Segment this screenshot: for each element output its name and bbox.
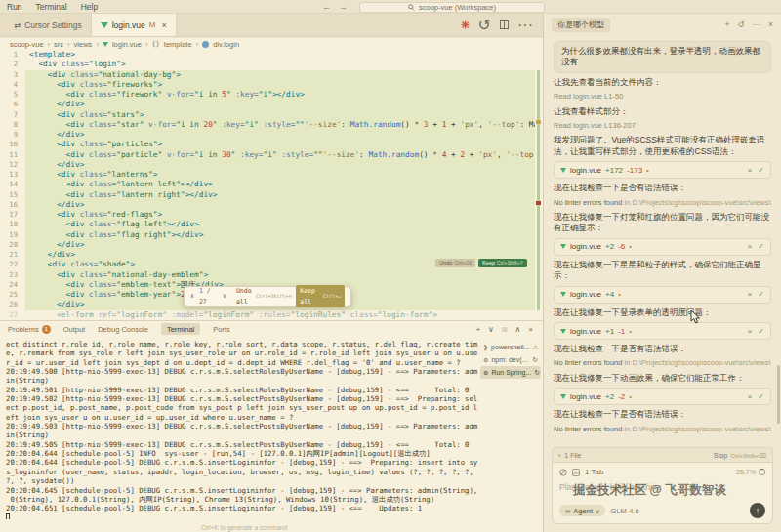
- diff-card[interactable]: login.vue+172-173•×✓: [554, 161, 771, 179]
- prev-diff-icon[interactable]: ∧: [190, 291, 194, 301]
- chat-thread-title[interactable]: 你是哪个模型: [552, 18, 610, 32]
- chat-messages[interactable]: 为什么很多效果都没有出来，登录半透明，动画效果都没有让我先查看当前的文件内容：R…: [544, 35, 781, 445]
- terminal-dropdown-icon[interactable]: ∨: [488, 325, 494, 334]
- new-terminal-icon[interactable]: +: [475, 325, 480, 334]
- next-diff-icon[interactable]: ∨: [223, 291, 226, 301]
- panel-tab-terminal[interactable]: Terminal: [161, 323, 200, 335]
- accept-icon[interactable]: ✓: [758, 290, 764, 299]
- context-toggle-icon[interactable]: [559, 469, 567, 476]
- line-number: 3: [0, 70, 25, 80]
- reject-icon[interactable]: ×: [748, 166, 753, 175]
- breadcrumb-item[interactable]: template: [164, 40, 192, 49]
- conflict-alert-icon[interactable]: [461, 20, 470, 29]
- editor-tabbar: ⇄ Cursor Settings login.vue M × ↺ ···: [0, 14, 543, 37]
- reject-icon[interactable]: ×: [748, 290, 753, 299]
- terminal-session-list: ❯powershell...⚠⚙npm: dev(...↻⚙Run Spring…: [480, 341, 541, 379]
- keep-button[interactable]: KeepCtrl+Shift+Y: [478, 259, 527, 267]
- new-chat-icon[interactable]: +: [724, 20, 729, 29]
- breadcrumb-separator: ›: [67, 40, 70, 49]
- terminal-output[interactable]: ect distinct r.role_id, r.role_name, r.r…: [6, 340, 478, 519]
- workspace-search[interactable]: scoop-vue (Workspace): [359, 2, 545, 13]
- diff-card[interactable]: login.vue+2-6•×✓: [554, 238, 771, 256]
- agent-mode-selector[interactable]: ∞ Agent ∨: [559, 505, 605, 516]
- more-options-icon[interactable]: ···: [753, 20, 761, 29]
- breadcrumb-item[interactable]: scoop-vue: [10, 40, 44, 49]
- more-actions-icon[interactable]: ···: [517, 17, 533, 34]
- breadcrumb-item[interactable]: views: [74, 40, 93, 49]
- undo-all-button[interactable]: Undo allCtrl+Shift+⌫: [236, 286, 291, 307]
- assistant-message: 现在让我修复一下星星和粒子的样式，确保它们能正确显示：: [554, 260, 771, 282]
- lint-text: No linter errors found: [554, 425, 622, 433]
- code-line: 3 <div class="national-day-bg">: [0, 70, 543, 80]
- panel-tab-debug-console[interactable]: Debug Console: [98, 325, 148, 334]
- terminal-session-powershell[interactable]: ❯powershell...⚠: [480, 341, 541, 353]
- code-editor[interactable]: 1<template>2 <div class="login">3 <div c…: [0, 50, 543, 320]
- panel-tabs: Problems1OutputDebug ConsoleTerminalPort…: [0, 321, 543, 337]
- terminal-session-npm-dev-[interactable]: ⚙npm: dev(...↻: [480, 353, 541, 366]
- menu-item-terminal[interactable]: Terminal: [29, 2, 74, 12]
- model-selector[interactable]: GLM-4.6: [610, 507, 638, 515]
- reject-icon[interactable]: ×: [748, 242, 753, 251]
- breadcrumb-item[interactable]: div.login: [213, 40, 239, 49]
- discard-changes-icon[interactable]: ↺: [478, 16, 491, 34]
- breadcrumb-item[interactable]: src: [54, 40, 63, 49]
- back-icon[interactable]: ←: [322, 2, 331, 12]
- chat-scrollbar[interactable]: [777, 365, 780, 424]
- terminal-line: 20:19:49.503 [http-nio-5999-exec-13] DEB…: [6, 422, 478, 430]
- accept-icon[interactable]: ✓: [758, 166, 764, 175]
- reject-icon[interactable]: ×: [748, 392, 753, 401]
- accept-icon[interactable]: ✓: [758, 242, 764, 251]
- forward-icon[interactable]: →: [339, 2, 348, 12]
- send-button[interactable]: ↑: [750, 503, 765, 518]
- gear-icon: ⚙: [483, 356, 488, 363]
- menu-item-help[interactable]: Help: [74, 2, 104, 12]
- panel-tab-problems[interactable]: Problems1: [8, 325, 51, 334]
- tab-context-chip[interactable]: 1 Tab: [585, 468, 603, 476]
- split-editor-icon[interactable]: [500, 20, 509, 29]
- terminal-session-run-spring[interactable]: ⚙Run Spring...↻: [480, 366, 541, 379]
- diff-card[interactable]: login.vue+2-2•×✓: [554, 388, 771, 405]
- user-message: 为什么很多效果都没有出来，登录半透明，动画效果都没有: [554, 41, 771, 73]
- unsaved-dot: •: [629, 242, 632, 251]
- tab-label: Cursor Settings: [24, 20, 82, 30]
- line-number: 14: [0, 180, 25, 189]
- code-text: <div class="national-day-emblem">: [25, 270, 535, 280]
- image-icon[interactable]: [572, 469, 580, 476]
- code-text: <el-form ref="loginForm" :model="loginFo…: [25, 310, 535, 320]
- code-line: 23 <div class="national-day-emblem">: [0, 270, 543, 280]
- split-terminal-icon[interactable]: ▯▯: [502, 326, 508, 332]
- tab-cursor-settings[interactable]: ⇄ Cursor Settings: [5, 14, 92, 36]
- history-icon[interactable]: ↺: [737, 20, 744, 29]
- panel-tab-ports[interactable]: Ports: [213, 325, 230, 334]
- panel-tab-output[interactable]: Output: [63, 325, 86, 334]
- tab-login-vue[interactable]: login.vue M ×: [92, 14, 177, 36]
- keep-all-button[interactable]: Keep allCtrl+↵: [296, 285, 345, 308]
- terminal-line: 20:20:04.651 [schedule-pool-5] DEBUG c.r…: [6, 504, 478, 512]
- chevron-down-icon: ∨: [596, 508, 599, 514]
- accept-icon[interactable]: ✓: [758, 327, 764, 336]
- reject-icon[interactable]: ×: [748, 327, 753, 336]
- diff-card[interactable]: login.vue+4•×✓: [554, 286, 771, 304]
- line-number: 22: [0, 260, 25, 269]
- diff-card-filename: login.vue: [570, 166, 601, 175]
- diff-card[interactable]: login.vue+1-1•×✓: [554, 322, 771, 340]
- composer-toolbar: 1 Tab 26.7%: [559, 468, 765, 476]
- diff-added-count: +172: [605, 166, 623, 175]
- breadcrumb-item[interactable]: login.vue: [112, 40, 142, 49]
- code-line: 11 <div class="particle" v-for="i in 30"…: [0, 150, 543, 160]
- accept-icon[interactable]: ✓: [758, 392, 764, 401]
- breadcrumb[interactable]: scoop-vue›src›views›login.vue›{}template…: [0, 38, 543, 50]
- close-panel-icon[interactable]: ×: [528, 325, 533, 334]
- chat-input[interactable]: Plan, search, build anything: [559, 482, 765, 492]
- menu-item-run[interactable]: Run: [0, 2, 29, 12]
- undo-button[interactable]: UndoCtrl+⌫: [435, 259, 475, 267]
- close-panel-icon[interactable]: ×: [768, 20, 773, 29]
- line-number: 19: [0, 230, 25, 240]
- maximize-panel-icon[interactable]: ∧: [514, 325, 520, 334]
- close-tab-icon[interactable]: ×: [161, 20, 166, 30]
- assistant-message: 现在让我检查一下是否有语法错误：: [554, 183, 771, 193]
- code-line: 15 <div class="lantern right"></div>: [0, 190, 543, 200]
- chat-composer[interactable]: 1 Tab 26.7% Plan, search, build anything…: [552, 462, 773, 524]
- chevron-right-icon[interactable]: ›: [558, 452, 560, 459]
- stop-button[interactable]: StopCtrl+Shift+⌫: [714, 452, 766, 459]
